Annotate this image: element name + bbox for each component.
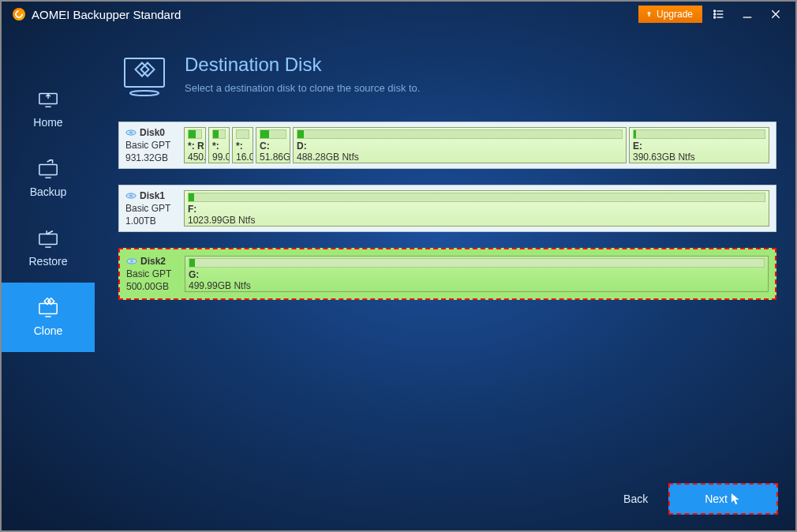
sidebar-item-label: Home (33, 116, 62, 129)
partition-label: E: (633, 140, 765, 152)
sidebar-item-home[interactable]: Home (2, 74, 95, 144)
minimize-button[interactable] (735, 3, 759, 25)
partition-usage-bar (212, 129, 226, 139)
footer: Back Next (623, 483, 778, 515)
partition[interactable]: D:488.28GB Ntfs (293, 127, 627, 163)
sidebar-item-restore[interactable]: Restore (2, 213, 95, 283)
sidebar-item-label: Restore (28, 255, 67, 268)
clone-icon (36, 298, 60, 318)
partition-row: *: R450.*:99.0*:16.0C:51.86GBD:488.28GB … (184, 127, 769, 163)
home-icon (36, 89, 60, 110)
sidebar: Home Backup Restore Clone (2, 27, 95, 530)
page-subtitle: Select a destination disk to clone the s… (185, 82, 420, 94)
svg-rect-15 (39, 303, 57, 313)
disk-info: Disk0Basic GPT931.32GB (125, 127, 184, 163)
disk-type: Basic GPT (125, 140, 184, 151)
close-button[interactable] (764, 3, 788, 25)
disk-icon (126, 257, 137, 266)
partition-size: 450. (188, 152, 206, 163)
svg-rect-11 (39, 164, 57, 174)
app-window: AOMEI Backupper Standard Upgrade Home Ba… (2, 2, 795, 530)
upgrade-icon (645, 10, 653, 19)
page-header: Destination Disk Select a destination di… (118, 54, 776, 99)
upgrade-button[interactable]: Upgrade (638, 6, 702, 23)
disk-info: Disk1Basic GPT1.00TB (125, 190, 184, 227)
disk-list: Disk0Basic GPT931.32GB*: R450.*:99.0*:16… (118, 122, 776, 300)
svg-point-2 (714, 13, 716, 15)
partition-usage-bar (633, 129, 765, 139)
disk-type: Basic GPT (125, 203, 184, 214)
svg-point-26 (129, 195, 133, 197)
svg-rect-20 (136, 63, 149, 77)
disk-card[interactable]: Disk0Basic GPT931.32GB*: R450.*:99.0*:16… (118, 122, 776, 169)
partition[interactable]: G:499.99GB Ntfs (185, 256, 769, 292)
partition-usage-bar (188, 129, 202, 139)
partition-size: 51.86GB (260, 152, 290, 163)
partition-label: *: (236, 140, 249, 152)
partition-usage-bar (189, 258, 765, 268)
disk-icon (125, 128, 137, 137)
destination-disk-icon (118, 54, 170, 99)
partition-size: 16.0 (236, 152, 253, 163)
sidebar-item-label: Backup (30, 185, 67, 198)
disk-size: 931.32GB (125, 152, 184, 163)
partition-usage-bar (188, 193, 765, 202)
partition[interactable]: F:1023.99GB Ntfs (184, 190, 769, 227)
svg-point-4 (714, 17, 716, 18)
partition-label: G: (189, 269, 765, 280)
partition[interactable]: C:51.86GB (256, 127, 290, 163)
restore-icon (36, 228, 60, 249)
disk-card[interactable]: Disk1Basic GPT1.00TBF:1023.99GB Ntfs (118, 185, 776, 232)
menu-button[interactable] (707, 3, 731, 25)
upgrade-label: Upgrade (657, 9, 693, 20)
sidebar-item-clone[interactable]: Clone (2, 283, 95, 352)
disk-card[interactable]: Disk2Basic GPT500.00GBG:499.99GB Ntfs (118, 248, 776, 300)
partition-row: G:499.99GB Ntfs (185, 256, 769, 292)
svg-point-24 (129, 132, 133, 133)
cursor-icon (731, 493, 742, 505)
backup-icon (36, 159, 60, 179)
partition-label: *: (212, 140, 226, 152)
partition-label: F: (188, 204, 765, 215)
close-icon (769, 8, 782, 21)
disk-name: Disk2 (126, 256, 185, 267)
partition-label: *: R (188, 140, 202, 152)
svg-point-0 (714, 10, 716, 12)
disk-type: Basic GPT (126, 268, 185, 279)
svg-point-28 (130, 260, 133, 262)
sidebar-item-backup[interactable]: Backup (2, 144, 95, 213)
sidebar-item-label: Clone (34, 324, 63, 337)
partition-size: 488.28GB Ntfs (297, 152, 359, 163)
partition-size: 99.0 (212, 152, 230, 163)
partition[interactable]: *: R450. (184, 127, 206, 163)
partition-row: F:1023.99GB Ntfs (184, 190, 769, 227)
partition[interactable]: *:99.0 (208, 127, 230, 163)
partition-usage-bar (260, 129, 286, 139)
title-bar: AOMEI Backupper Standard Upgrade (2, 2, 795, 27)
back-button[interactable]: Back (623, 493, 648, 505)
partition-size: 499.99GB Ntfs (189, 280, 251, 291)
app-title: AOMEI Backupper Standard (32, 8, 181, 21)
svg-rect-13 (39, 234, 57, 244)
page-title: Destination Disk (185, 54, 420, 76)
next-button[interactable]: Next (668, 483, 778, 515)
partition-usage-bar (236, 129, 249, 139)
disk-icon (125, 191, 137, 200)
partition-usage-bar (297, 129, 623, 139)
disk-name: Disk1 (125, 190, 184, 201)
app-logo-icon (13, 8, 25, 21)
svg-rect-21 (141, 63, 155, 77)
partition[interactable]: E:390.63GB Ntfs (629, 127, 769, 163)
partition-label: D: (297, 140, 623, 152)
disk-info: Disk2Basic GPT500.00GB (126, 256, 185, 292)
partition-size: 390.63GB Ntfs (633, 152, 695, 163)
partition-size: 1023.99GB Ntfs (188, 215, 255, 226)
partition-label: C: (260, 140, 286, 152)
disk-size: 500.00GB (126, 281, 185, 292)
main-content: Destination Disk Select a destination di… (95, 27, 795, 530)
disk-name: Disk0 (125, 127, 184, 138)
partition[interactable]: *:16.0 (232, 127, 253, 163)
menu-list-icon (713, 8, 725, 21)
next-label: Next (705, 493, 728, 505)
minimize-icon (741, 8, 754, 21)
